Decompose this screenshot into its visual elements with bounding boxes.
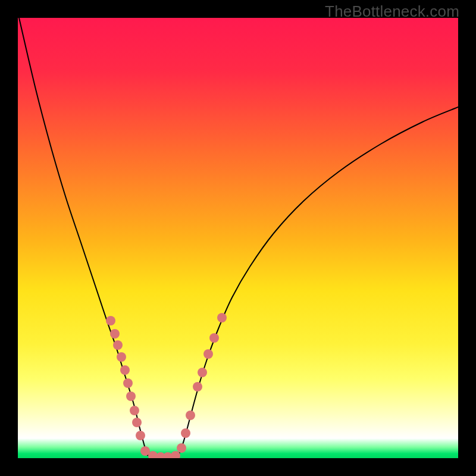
marker-dot bbox=[181, 428, 190, 438]
curve-bottleneck-curve-left bbox=[19, 18, 148, 455]
marker-dot bbox=[186, 411, 195, 420]
marker-dot bbox=[171, 451, 180, 458]
chart-svg bbox=[18, 18, 458, 458]
marker-dot bbox=[117, 352, 126, 362]
marker-dot bbox=[217, 313, 227, 322]
curve-bottleneck-curve-right bbox=[178, 107, 458, 455]
marker-dot bbox=[136, 431, 145, 440]
marker-dot bbox=[110, 329, 120, 339]
marker-dot bbox=[132, 418, 142, 427]
marker-dot bbox=[130, 406, 139, 415]
marker-dot bbox=[113, 340, 123, 350]
marker-dot bbox=[203, 349, 213, 359]
markers bbox=[106, 313, 227, 458]
marker-dot bbox=[123, 378, 133, 388]
watermark-text: TheBottleneck.com bbox=[325, 2, 459, 21]
marker-dot bbox=[193, 382, 202, 392]
marker-dot bbox=[198, 368, 207, 377]
curve-lines bbox=[19, 18, 458, 457]
marker-dot bbox=[177, 443, 186, 453]
marker-dot bbox=[106, 316, 115, 325]
marker-dot bbox=[120, 365, 130, 375]
marker-dot bbox=[209, 333, 219, 343]
chart-frame bbox=[18, 18, 458, 458]
marker-dot bbox=[126, 392, 136, 401]
